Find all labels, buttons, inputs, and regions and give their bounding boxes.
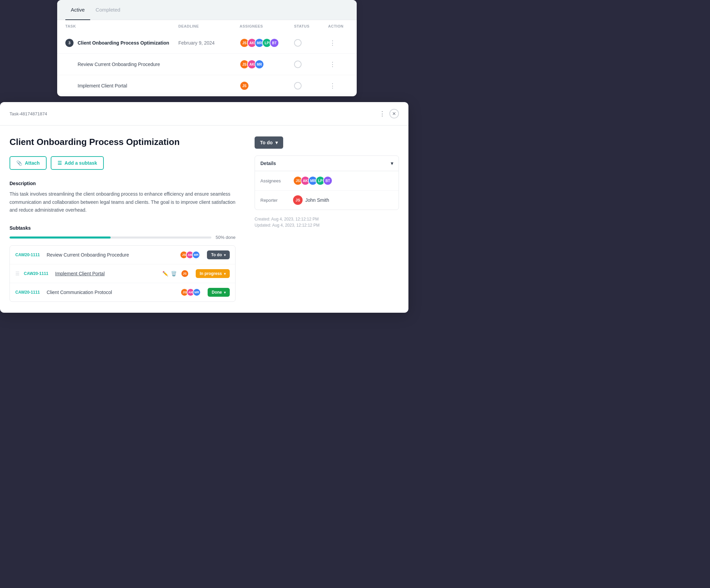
tabs-bar: Active Completed	[57, 0, 357, 20]
table-row[interactable]: 3 Client Onboarding Process Optimization…	[57, 32, 357, 54]
task-name-sub: Review Current Onboarding Procedure	[65, 62, 160, 67]
subtask-status-label: Done	[212, 290, 222, 295]
action-buttons: 📎 Attach ☰ Add a subtask	[10, 156, 236, 170]
subtask-row[interactable]: CAW20-1111 Client Communication Protocol…	[10, 283, 235, 301]
subtask-status-badge[interactable]: To do ▾	[207, 250, 230, 259]
subtask-assignees: JS AK MR	[180, 251, 200, 259]
subtasks-section: Subtasks 50% done CAW20-1111 Review Curr…	[10, 225, 236, 302]
chevron-down-icon: ▾	[275, 140, 278, 145]
progress-bar-fill	[10, 236, 111, 239]
paperclip-icon: 📎	[16, 160, 22, 166]
details-heading: Details ▾	[255, 156, 399, 171]
subtask-row[interactable]: ☰ CAW20-1111 Implement Client Portal ✏️ …	[10, 264, 235, 283]
created-date: Created: Aug 4, 2023, 12:12:12 PM	[255, 217, 399, 222]
avatar: BT	[270, 38, 279, 48]
task-name-sub: Implement Client Portal	[65, 83, 127, 88]
task-id: Task-48174871874	[10, 111, 47, 116]
tab-active[interactable]: Active	[65, 0, 90, 20]
col-assignees: ASSIGNEES	[240, 24, 294, 28]
subtask-status-label: In progress	[200, 271, 222, 276]
meta-info: Created: Aug 4, 2023, 12:12:12 PM Update…	[255, 217, 399, 228]
tab-completed[interactable]: Completed	[90, 0, 126, 20]
col-status: STATUS	[294, 24, 328, 28]
description-heading: Description	[10, 181, 236, 186]
description-section: Description This task involves streamlin…	[10, 181, 236, 214]
status-dropdown[interactable]: To do ▾	[255, 136, 283, 149]
col-deadline: DEADLINE	[178, 24, 240, 28]
subtask-id: CAW20-1111	[24, 271, 51, 276]
subtasks-heading: Subtasks	[10, 225, 236, 231]
table-header: TASK DEADLINE ASSIGNEES STATUS ACTION	[57, 20, 357, 32]
status-circle[interactable]	[294, 39, 302, 47]
avatar: MR	[192, 251, 200, 259]
table-row[interactable]: Implement Client Portal JS ⋮	[57, 75, 357, 96]
subtask-status-label: To do	[211, 252, 222, 257]
avatar: BT	[323, 176, 333, 185]
avatar: JS	[240, 81, 249, 91]
details-assignees-row: Assignees JS AK MR LP BT	[255, 171, 399, 191]
attach-button[interactable]: 📎 Attach	[10, 156, 47, 170]
subtask-id: CAW20-1111	[15, 252, 43, 257]
col-task: TASK	[65, 24, 178, 28]
modal-title: Client Onboarding Process Optimization	[10, 136, 236, 148]
drag-handle-icon: ☰	[15, 271, 20, 276]
assignees-value: JS AK MR LP BT	[293, 176, 333, 185]
subtask-status-badge[interactable]: Done ▾	[208, 288, 230, 297]
subtask-name: Review Current Onboarding Procedure	[47, 252, 176, 258]
subtask-actions: ✏️ 🗑️	[162, 271, 177, 276]
more-options-button[interactable]: ⋮	[379, 110, 385, 117]
assignees: JS	[240, 81, 294, 91]
action-menu-button[interactable]: ⋮	[328, 81, 349, 91]
status-circle[interactable]	[294, 61, 302, 68]
modal-body: Client Onboarding Process Optimization 📎…	[0, 126, 408, 313]
table-row[interactable]: Review Current Onboarding Procedure JS A…	[57, 54, 357, 75]
assignees-group: JS AK MR LP BT	[293, 176, 333, 185]
subtask-name: Implement Client Portal	[55, 271, 158, 276]
details-panel: Details ▾ Assignees JS AK MR LP BT	[255, 156, 399, 210]
modal-header: Task-48174871874 ⋮ ✕	[0, 102, 408, 126]
header-actions: ⋮ ✕	[379, 109, 399, 118]
reporter-name: John Smith	[305, 197, 329, 203]
chevron-down-icon: ▾	[224, 272, 226, 276]
task-badge: 3	[65, 39, 74, 47]
add-subtask-button[interactable]: ☰ Add a subtask	[51, 156, 104, 170]
subtask-status-badge[interactable]: In progress ▾	[196, 269, 230, 278]
attach-label: Attach	[25, 160, 40, 166]
edit-icon[interactable]: ✏️	[162, 271, 168, 276]
task-name-cell: Implement Client Portal	[65, 83, 178, 88]
action-menu-button[interactable]: ⋮	[328, 59, 349, 69]
reporter-value: JS John Smith	[293, 195, 329, 205]
reporter-avatar: JS	[293, 195, 303, 205]
status-circle[interactable]	[294, 82, 302, 89]
col-action: ACTION	[328, 24, 349, 28]
avatar: MR	[255, 60, 264, 69]
action-menu-button[interactable]: ⋮	[328, 38, 349, 48]
details-reporter-row: Reporter JS John Smith	[255, 191, 399, 210]
avatar: MR	[193, 288, 201, 296]
close-button[interactable]: ✕	[389, 109, 399, 118]
modal-left-panel: Client Onboarding Process Optimization 📎…	[10, 136, 249, 302]
progress-bar-container: 50% done	[10, 235, 236, 240]
chevron-down-icon: ▾	[224, 291, 226, 294]
subtask-assignees: JS AK MR	[180, 288, 201, 296]
subtask-label: Add a subtask	[65, 160, 97, 166]
subtask-list: CAW20-1111 Review Current Onboarding Pro…	[10, 245, 236, 302]
task-name-main: Client Onboarding Process Optimization	[78, 40, 169, 46]
progress-bar-background	[10, 236, 211, 239]
assignees: JS AK MR	[240, 60, 294, 69]
subtask-id: CAW20-1111	[15, 290, 43, 295]
subtask-icon: ☰	[58, 160, 62, 166]
status-dropdown-label: To do	[260, 140, 273, 145]
progress-label: 50% done	[215, 235, 236, 240]
deadline: February 9, 2024	[178, 40, 240, 46]
assignees: JS AK MR LP BT	[240, 38, 294, 48]
subtask-row[interactable]: CAW20-1111 Review Current Onboarding Pro…	[10, 246, 235, 264]
avatar: JS	[181, 270, 189, 278]
subtask-name: Client Communication Protocol	[47, 290, 176, 295]
updated-date: Updated: Aug 4, 2023, 12:12:12 PM	[255, 223, 399, 228]
task-name-cell: Review Current Onboarding Procedure	[65, 62, 178, 67]
chevron-down-icon[interactable]: ▾	[391, 161, 393, 166]
subtask-assignees: JS	[181, 270, 189, 278]
delete-icon[interactable]: 🗑️	[171, 271, 177, 276]
task-detail-modal: Task-48174871874 ⋮ ✕ Client Onboarding P…	[0, 102, 408, 313]
